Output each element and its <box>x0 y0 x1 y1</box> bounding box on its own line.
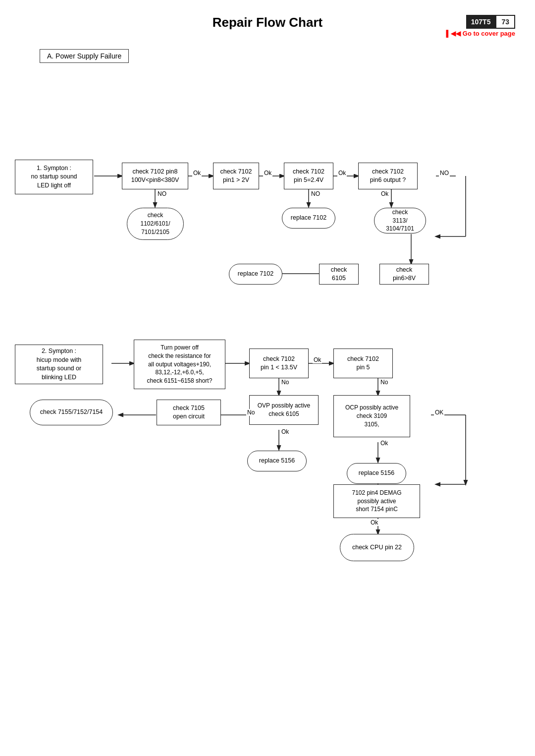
badge-number: 107T5 <box>466 15 496 29</box>
replace7102b-box: replace 7102 <box>229 264 282 285</box>
check1102-box: check 1102/6101/ 7101/2105 <box>127 208 184 240</box>
checkCPU-box: check CPU pin 22 <box>340 534 414 561</box>
checkpin6_8v-box: check pin6>8V <box>379 264 429 285</box>
turnpoweroff-box: Turn power off check the resistance for … <box>134 340 225 389</box>
header-badge: 107T5 73 <box>466 15 515 29</box>
check7102pin5-box: check 7102 pin 5=2.4V <box>284 163 333 189</box>
no3-label: No <box>280 379 290 386</box>
ok1-label: Ok <box>192 170 202 176</box>
symptom2-box: 2. Sympton : hicup mode with startup sou… <box>15 345 103 384</box>
check7102pin6out-box: check 7102 pin6 output ? <box>358 163 418 189</box>
ocp-box: OCP possibly active check 3109 3105, <box>333 395 410 437</box>
replace5156b-box: replace 5156 <box>347 463 406 484</box>
no4-label: No <box>379 379 389 386</box>
check7155-box: check 7155/7152/7154 <box>30 400 113 425</box>
ovp-box: OVP possibly active check 6105 <box>249 395 319 425</box>
cover-page-link[interactable]: ▌◀◀ Go to cover page <box>446 30 515 37</box>
rewind-icon: ▌◀◀ <box>446 30 461 37</box>
replace7102a-box: replace 7102 <box>282 208 335 229</box>
demag-box: 7102 pin4 DEMAG possibly active short 71… <box>333 484 420 518</box>
ok-row2-label: Ok <box>313 356 322 363</box>
badge-page: 73 <box>495 15 515 29</box>
no2-label: NO <box>310 190 321 197</box>
ok-pin6-label: Ok <box>380 190 389 197</box>
ok7-label: Ok <box>370 519 379 526</box>
check7102pin1-box: check 7102 pin1 > 2V <box>213 163 259 189</box>
check7102pin1-13-box: check 7102 pin 1 < 13.5V <box>249 349 309 378</box>
check7102pin5b-box: check 7102 pin 5 <box>333 349 393 378</box>
ok2-label: Ok <box>263 170 272 176</box>
ok4-label: Ok <box>280 428 290 435</box>
check7102pin8-box: check 7102 pin8 100V<pin8<380V <box>122 163 188 189</box>
section-title: A. Power Supply Failure <box>40 49 129 63</box>
no1-label: NO <box>157 190 167 197</box>
check3113-box: check 3113/ 3104/7101 <box>374 208 426 233</box>
flowchart: 1. Sympton : no startup sound LED light … <box>0 68 535 752</box>
no-pin6-label: NO <box>439 170 450 176</box>
ok5-label: Ok <box>379 440 389 447</box>
symptom1-box: 1. Sympton : no startup sound LED light … <box>15 160 93 194</box>
page-title: Repair Flow Chart <box>20 15 515 30</box>
header: Repair Flow Chart 107T5 73 ▌◀◀ Go to cov… <box>0 0 535 35</box>
check7105-box: check 7105 open circuit <box>157 400 221 425</box>
ok3-label: Ok <box>337 170 347 176</box>
replace5156a-box: replace 5156 <box>247 451 307 471</box>
check6105a-box: check 6105 <box>319 264 359 285</box>
ok6-label: OK <box>434 409 444 416</box>
no5-label: No <box>246 409 256 416</box>
